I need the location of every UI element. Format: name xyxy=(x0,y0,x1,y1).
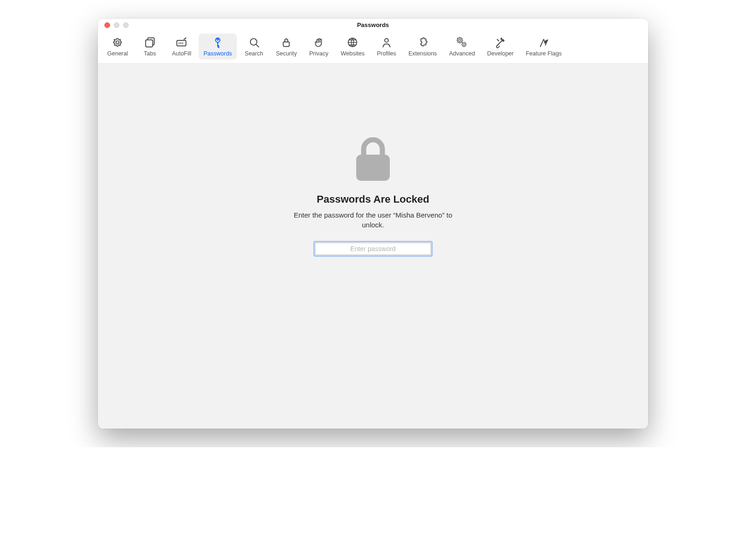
tab-label: Profiles xyxy=(377,50,396,57)
tab-label: Passwords xyxy=(203,50,232,57)
password-field-wrap xyxy=(315,243,431,255)
hand-icon xyxy=(313,36,325,48)
tab-tabs[interactable]: Tabs xyxy=(135,34,164,60)
person-icon xyxy=(380,36,393,48)
tab-label: AutoFill xyxy=(172,50,192,57)
tab-label: General xyxy=(107,50,128,57)
window-title: Passwords xyxy=(98,21,648,28)
tab-websites[interactable]: Websites xyxy=(336,34,369,60)
tabs-icon xyxy=(144,36,156,48)
tab-label: Feature Flags xyxy=(526,50,562,57)
tab-developer[interactable]: Developer xyxy=(483,34,518,60)
titlebar: Passwords xyxy=(98,19,648,32)
lock-icon xyxy=(280,36,292,48)
tab-label: Privacy xyxy=(309,50,328,57)
preferences-window: Passwords GeneralTabsAutoFillPasswordsSe… xyxy=(98,19,648,429)
tab-label: Advanced xyxy=(449,50,475,57)
tab-autofill[interactable]: AutoFill xyxy=(167,34,196,60)
passwords-pane: Passwords Are Locked Enter the password … xyxy=(98,64,648,429)
tab-profiles[interactable]: Profiles xyxy=(372,34,401,60)
tab-privacy[interactable]: Privacy xyxy=(304,34,333,60)
globe-icon xyxy=(346,36,359,48)
tab-search[interactable]: Search xyxy=(240,34,269,60)
locked-heading: Passwords Are Locked xyxy=(317,193,429,205)
tab-label: Tabs xyxy=(144,50,156,57)
lock-icon xyxy=(352,134,394,185)
autofill-icon xyxy=(175,36,187,48)
password-input[interactable] xyxy=(315,243,431,255)
gear-icon xyxy=(111,36,124,48)
preferences-toolbar: GeneralTabsAutoFillPasswordsSearchSecuri… xyxy=(98,32,648,64)
tools-icon xyxy=(494,36,506,48)
tab-label: Developer xyxy=(487,50,514,57)
puzzle-icon xyxy=(417,36,429,48)
tab-general[interactable]: General xyxy=(103,34,132,60)
tab-label: Websites xyxy=(341,50,365,57)
tab-security[interactable]: Security xyxy=(271,34,302,60)
key-icon xyxy=(212,36,224,48)
locked-subtitle: Enter the password for the user “Misha B… xyxy=(284,210,462,230)
tab-label: Security xyxy=(276,50,297,57)
gears-icon xyxy=(456,36,468,48)
tab-featureflags[interactable]: Feature Flags xyxy=(521,34,566,60)
tab-label: Search xyxy=(245,50,263,57)
tab-extensions[interactable]: Extensions xyxy=(404,34,442,60)
flags-icon xyxy=(538,36,550,48)
search-icon xyxy=(248,36,260,48)
tab-advanced[interactable]: Advanced xyxy=(444,34,480,60)
tab-label: Extensions xyxy=(408,50,437,57)
tab-passwords[interactable]: Passwords xyxy=(199,34,236,60)
